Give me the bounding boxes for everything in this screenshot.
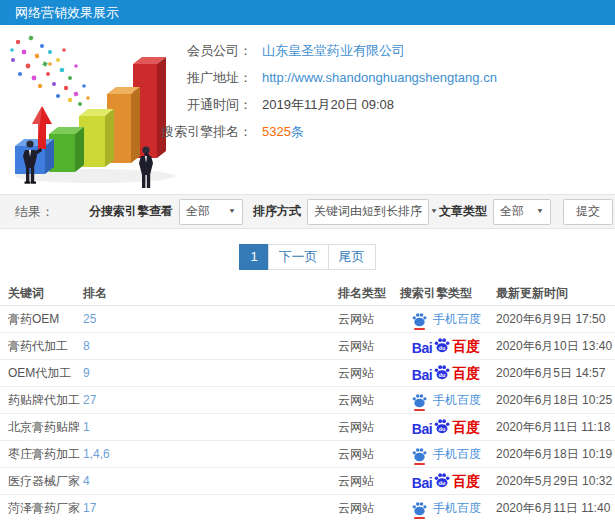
baidu-logo-name: 百度 — [452, 365, 480, 383]
table-row: 菏泽膏药厂家 17 云网站 手机百度 2020年6月11日 11:40 — [0, 495, 615, 520]
engine-cell: Bai du 百度 — [396, 363, 496, 383]
keyword-cell: OEM代加工 — [0, 365, 83, 382]
baidu-logo-bai: Bai — [412, 475, 432, 491]
table-row: 膏药OEM 25 云网站 手机百度 2020年6月9日 17:50 — [0, 306, 615, 333]
baidu-paw-icon: du — [433, 363, 451, 384]
page-title: 网络营销效果展示 — [0, 0, 615, 25]
chevron-down-icon: ▼ — [430, 208, 438, 215]
rank-type-cell: 云网站 — [338, 311, 396, 328]
engine-cell: Bai du 百度 — [396, 336, 496, 356]
ranking-count: 5325 — [262, 124, 291, 139]
mobile-baidu-label: 手机百度 — [433, 446, 481, 463]
company-link[interactable]: 山东皇圣堂药业有限公司 — [262, 42, 405, 60]
table-header-row: 关键词 排名 排名类型 搜索引擎类型 最新更新时间 — [0, 282, 615, 306]
info-row-url: 推广地址： http://www.shandonghuangshengtang.… — [150, 64, 497, 91]
info-row-ranking: 搜索引擎排名： 5325 条 — [150, 118, 497, 145]
page: 网络营销效果展示 — [0, 0, 615, 520]
rank-link[interactable]: 27 — [83, 393, 96, 407]
ranking-table: 关键词 排名 排名类型 搜索引擎类型 最新更新时间 膏药OEM 25 云网站 手… — [0, 282, 615, 520]
bar-yellow — [79, 109, 114, 167]
header-rank: 排名 — [83, 285, 338, 302]
engine-cell: Bai du 百度 — [396, 471, 496, 491]
url-label: 推广地址： — [150, 69, 252, 87]
next-page-button[interactable]: 下一页 — [268, 244, 329, 270]
baidu-paw-icon — [411, 392, 428, 409]
engine-select[interactable]: 全部 ▼ — [179, 199, 243, 225]
keyword-cell: 膏药OEM — [0, 311, 83, 328]
red-underline — [414, 463, 425, 465]
rank-link[interactable]: 8 — [83, 339, 90, 353]
baidu-logo-name: 百度 — [452, 473, 480, 491]
baidu-paw-icon: du — [433, 336, 451, 357]
updated-cell: 2020年6月11日 11:18 — [496, 419, 615, 436]
sort-select[interactable]: 关键词由短到长排序 ▼ — [307, 199, 429, 225]
rank-link[interactable]: 1,4,6 — [83, 447, 110, 461]
baidu-logo: Bai du 百度 — [412, 336, 480, 356]
baidu-logo-name: 百度 — [452, 419, 480, 437]
baidu-paw-icon — [411, 500, 428, 517]
member-info: 会员公司： 山东皇圣堂药业有限公司 推广地址： http://www.shand… — [150, 37, 497, 145]
mobile-baidu-label: 手机百度 — [433, 392, 481, 409]
baidu-logo-bai: Bai — [412, 367, 432, 383]
baidu-logo-name: 百度 — [452, 338, 480, 356]
promotion-url-link[interactable]: http://www.shandonghuangshengtang.cn — [262, 70, 497, 85]
rank-link[interactable]: 17 — [83, 501, 96, 515]
updated-cell: 2020年6月18日 10:19 — [496, 446, 615, 463]
submit-button[interactable]: 提交 — [563, 199, 613, 225]
header-updated: 最新更新时间 — [496, 285, 615, 302]
red-underline — [414, 409, 425, 411]
baidu-logo-bai: Bai — [412, 340, 432, 356]
updated-cell: 2020年6月5日 14:57 — [496, 365, 615, 382]
header-rank-type: 排名类型 — [338, 285, 396, 302]
updated-cell: 2020年6月11日 11:40 — [496, 500, 615, 517]
keyword-cell: 药贴牌代加工 — [0, 392, 83, 409]
result-label: 结果： — [15, 203, 54, 221]
bar-green — [49, 127, 84, 172]
rank-type-cell: 云网站 — [338, 392, 396, 409]
ranking-suffix: 条 — [291, 123, 304, 141]
mobile-baidu-badge: 手机百度 — [411, 392, 481, 409]
last-page-button[interactable]: 尾页 — [328, 244, 376, 270]
opened-time: 2019年11月20日 09:08 — [262, 96, 394, 114]
baidu-logo-bai: Bai — [412, 421, 432, 437]
company-label: 会员公司： — [150, 42, 252, 60]
rank-link[interactable]: 4 — [83, 474, 90, 488]
updated-cell: 2020年5月29日 10:32 — [496, 473, 615, 490]
engine-filter-label: 分搜索引擎查看 — [89, 203, 173, 220]
table-row: 医疗器械厂家 4 云网站 Bai du 百度 2020年5月29日 10:32 — [0, 468, 615, 495]
ranking-label: 搜索引擎排名： — [150, 123, 252, 141]
keyword-cell: 枣庄膏药加工 — [0, 446, 83, 463]
rank-link[interactable]: 25 — [83, 312, 96, 326]
rank-type-cell: 云网站 — [338, 446, 396, 463]
mobile-baidu-label: 手机百度 — [433, 311, 481, 328]
rank-link[interactable]: 1 — [83, 420, 90, 434]
svg-text:du: du — [439, 480, 446, 486]
baidu-paw-icon — [411, 446, 428, 463]
table-row: 药贴牌代加工 27 云网站 手机百度 2020年6月18日 10:25 — [0, 387, 615, 414]
chevron-down-icon: ▼ — [536, 208, 544, 215]
table-body: 膏药OEM 25 云网站 手机百度 2020年6月9日 17:50 膏药代加工 … — [0, 306, 615, 520]
mobile-baidu-badge: 手机百度 — [411, 446, 481, 463]
article-type-select-value: 全部 — [500, 203, 524, 220]
mobile-baidu-badge: 手机百度 — [411, 500, 481, 517]
page-button-current[interactable]: 1 — [239, 244, 268, 270]
updated-cell: 2020年6月9日 17:50 — [496, 311, 615, 328]
table-row: OEM代加工 9 云网站 Bai du 百度 2020年6月5日 14:57 — [0, 360, 615, 387]
rank-link[interactable]: 9 — [83, 366, 90, 380]
table-row: 膏药代加工 8 云网站 Bai du 百度 2020年6月10日 13:40 — [0, 333, 615, 360]
article-type-select[interactable]: 全部 ▼ — [493, 199, 551, 225]
table-row: 枣庄膏药加工 1,4,6 云网站 手机百度 2020年6月18日 10:19 — [0, 441, 615, 468]
baidu-paw-icon: du — [433, 417, 451, 438]
mobile-baidu-badge: 手机百度 — [411, 311, 481, 328]
table-row: 北京膏药贴牌 1 云网站 Bai du 百度 2020年6月11日 11:18 — [0, 414, 615, 441]
svg-text:du: du — [439, 345, 446, 351]
article-type-label: 文章类型 — [439, 203, 487, 220]
engine-cell: 手机百度 — [396, 446, 496, 463]
svg-text:du: du — [439, 426, 446, 432]
rank-type-cell: 云网站 — [338, 500, 396, 517]
rank-type-cell: 云网站 — [338, 473, 396, 490]
engine-cell: 手机百度 — [396, 500, 496, 517]
svg-text:du: du — [439, 372, 446, 378]
updated-cell: 2020年6月10日 13:40 — [496, 338, 615, 355]
engine-select-value: 全部 — [186, 203, 210, 220]
